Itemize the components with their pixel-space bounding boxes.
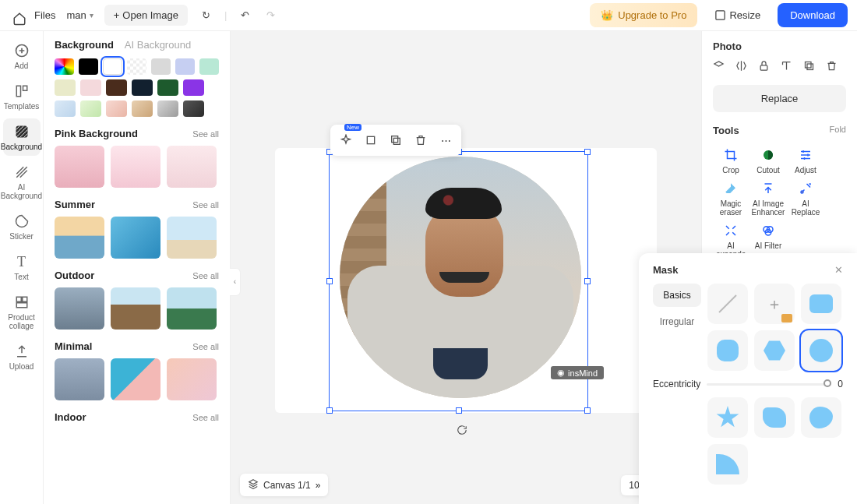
rail-upload[interactable]: Upload [3, 338, 41, 375]
handle-b[interactable] [456, 407, 462, 414]
layers-icon[interactable] [713, 60, 725, 74]
rail-add[interactable]: Add [3, 37, 41, 75]
mask-tab-basics[interactable]: Basics [653, 284, 701, 307]
swatch-grad6[interactable] [183, 100, 204, 117]
thumb-outdoor-3[interactable] [167, 287, 217, 330]
tab-ai-background[interactable]: AI Background [125, 39, 191, 51]
shape-wave[interactable] [754, 397, 795, 438]
ecc-knob[interactable] [823, 379, 831, 387]
rail-collage[interactable]: Product collage [3, 289, 41, 335]
seeall-minimal[interactable]: See all [192, 342, 219, 351]
swatch-darkgreen[interactable] [157, 79, 178, 96]
tab-background[interactable]: Background [55, 39, 114, 51]
thumb-outdoor-1[interactable] [55, 287, 104, 330]
seeall-outdoor[interactable]: See all [192, 271, 219, 280]
swatch-mint[interactable] [199, 58, 219, 75]
thumb-min-1[interactable] [55, 358, 104, 400]
ecc-slider[interactable] [707, 383, 831, 386]
canvas-pager[interactable]: Canvas 1/1 » [240, 474, 328, 496]
thumb-min-3[interactable] [167, 358, 217, 400]
tool-eraser[interactable]: Magic eraser [713, 179, 749, 217]
shape-circle[interactable] [801, 330, 841, 371]
mask-tab-irregular[interactable]: Irregular [653, 310, 701, 333]
thumb-summer-3[interactable] [167, 217, 217, 259]
thumb-pink-3[interactable] [167, 146, 217, 188]
swatch-white[interactable] [103, 58, 122, 75]
swatch-grad1[interactable] [55, 100, 76, 117]
ftb-crop[interactable] [360, 129, 382, 151]
ftb-delete[interactable] [410, 129, 432, 151]
swatch-pink[interactable] [80, 79, 101, 96]
handle-br[interactable] [584, 407, 591, 414]
home-icon[interactable] [9, 9, 23, 23]
swatch-transparent[interactable] [127, 58, 146, 75]
swatch-cream[interactable] [55, 79, 76, 96]
flip-icon[interactable] [735, 60, 747, 74]
swatch-periwinkle[interactable] [175, 58, 195, 75]
shape-none[interactable] [707, 284, 748, 324]
ftb-ai[interactable]: New [335, 129, 357, 151]
handle-tr[interactable] [584, 149, 591, 155]
thumb-min-2[interactable] [111, 358, 160, 400]
document-title[interactable]: man ▾ [66, 9, 93, 21]
swatch-gray[interactable] [151, 58, 171, 75]
copy-icon[interactable] [803, 60, 815, 74]
swatch-navy[interactable] [132, 79, 153, 96]
shape-blob[interactable] [801, 397, 841, 438]
tool-adjust[interactable]: Adjust [788, 146, 823, 174]
trash-icon[interactable] [826, 60, 838, 74]
shape-star[interactable] [707, 397, 748, 438]
thumb-pink-1[interactable] [55, 146, 104, 188]
rotate-handle[interactable] [457, 425, 467, 435]
shape-quarter[interactable] [707, 444, 748, 485]
thumb-outdoor-2[interactable] [111, 287, 160, 330]
selection-box[interactable] [329, 151, 588, 411]
swatch-purple[interactable] [183, 79, 204, 96]
open-image-button[interactable]: + Open Image [104, 5, 188, 26]
shape-squircle[interactable] [707, 330, 748, 371]
swatch-brown[interactable] [106, 79, 127, 96]
redo-icon[interactable]: ↷ [263, 6, 278, 24]
tool-enhancer[interactable]: AI Image Enhancer [750, 179, 786, 217]
fold-button[interactable]: Fold [830, 125, 846, 136]
format-icon[interactable] [781, 60, 792, 74]
ftb-more[interactable]: ⋯ [435, 129, 457, 151]
tool-aireplace[interactable]: AI Replace [788, 179, 823, 217]
seeall-pink[interactable]: See all [192, 129, 219, 139]
rail-text[interactable]: TText [3, 248, 41, 286]
shape-rounded-square[interactable] [801, 284, 841, 324]
thumb-pink-2[interactable] [111, 146, 160, 188]
swatch-grad4[interactable] [132, 100, 153, 117]
shape-hexagon[interactable] [754, 330, 795, 371]
close-icon[interactable]: ✕ [834, 264, 843, 276]
swatch-grad5[interactable] [157, 100, 178, 117]
rail-sticker[interactable]: Sticker [3, 208, 41, 245]
sync-icon[interactable]: ↻ [199, 6, 213, 24]
swatch-rainbow[interactable] [55, 58, 74, 75]
shape-custom[interactable]: ＋ [754, 284, 795, 324]
swatch-grad2[interactable] [80, 100, 101, 117]
handle-r[interactable] [584, 278, 591, 284]
seeall-indoor[interactable]: See all [192, 413, 219, 422]
tool-crop[interactable]: Crop [713, 146, 749, 174]
tool-cutout[interactable]: Cutout [750, 146, 786, 174]
files-menu[interactable]: Files [34, 9, 55, 21]
canvas-area[interactable]: ‹ ◉ insMind [231, 31, 701, 504]
swatch-grad3[interactable] [106, 100, 127, 117]
upgrade-button[interactable]: 👑 Upgrade to Pro [590, 3, 697, 27]
ftb-duplicate[interactable] [385, 129, 407, 151]
download-button[interactable]: Download [778, 3, 848, 27]
handle-l[interactable] [326, 278, 333, 284]
rail-background[interactable]: Background [3, 118, 41, 156]
undo-icon[interactable]: ↶ [238, 6, 252, 24]
handle-bl[interactable] [326, 407, 333, 414]
collapse-panel-button[interactable]: ‹ [230, 268, 241, 296]
swatch-black[interactable] [79, 58, 98, 75]
rail-ai-background[interactable]: AI Background [3, 159, 41, 205]
rail-templates[interactable]: Templates [3, 78, 41, 115]
replace-button[interactable]: Replace [713, 85, 846, 112]
seeall-summer[interactable]: See all [192, 200, 219, 210]
resize-button[interactable]: Resize [708, 5, 767, 26]
lock-icon[interactable] [758, 60, 770, 74]
thumb-summer-1[interactable] [55, 217, 104, 259]
